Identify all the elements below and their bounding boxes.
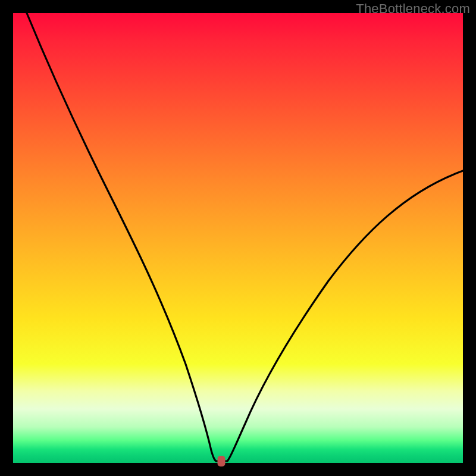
plot-area [13,13,463,463]
watermark-text: TheBottleneck.com [356,1,470,17]
curve-path [27,13,463,461]
min-point-dot [218,456,226,466]
bottleneck-curve [13,13,463,463]
